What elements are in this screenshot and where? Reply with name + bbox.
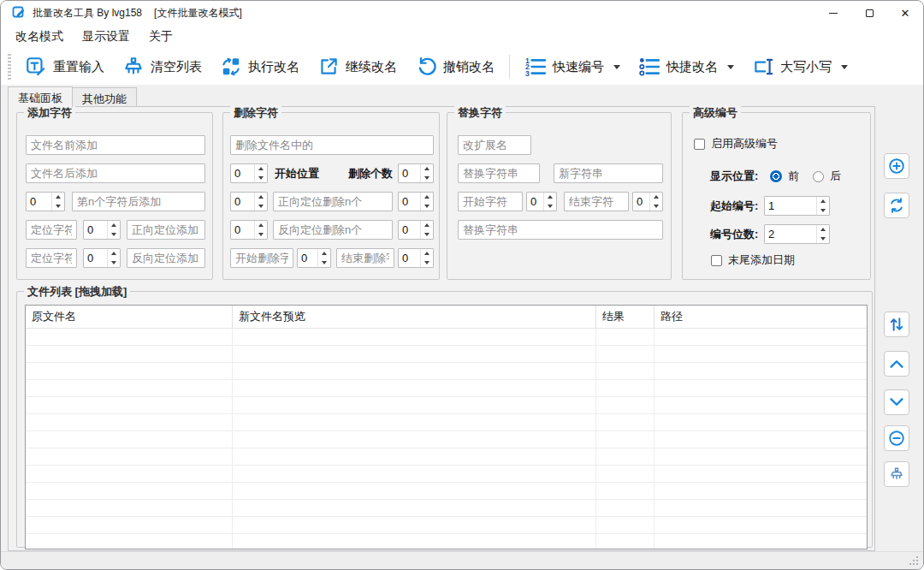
spin-up-button[interactable] xyxy=(421,249,433,258)
spin-down-button[interactable] xyxy=(544,202,556,211)
delete-start-spinner[interactable] xyxy=(230,163,268,183)
resize-grip[interactable] xyxy=(908,555,919,566)
spin-down-button[interactable] xyxy=(817,235,829,244)
end-char-value[interactable] xyxy=(633,193,649,211)
tab-other-functions[interactable]: 其他功能 xyxy=(73,87,137,106)
reverse-delete-position-value[interactable] xyxy=(231,221,254,239)
column-header-path[interactable]: 路径 xyxy=(654,306,867,328)
file-table-body[interactable] xyxy=(26,329,867,549)
spin-up-button[interactable] xyxy=(108,249,120,258)
reverse-delete-count-value[interactable] xyxy=(399,221,420,239)
quick-number-dropdown[interactable]: 1 2 3 快速编号 xyxy=(518,52,627,81)
spin-down-button[interactable] xyxy=(318,258,330,268)
nth-position-value[interactable] xyxy=(27,193,51,211)
forward-position-value[interactable] xyxy=(84,221,107,239)
spin-up-button[interactable] xyxy=(421,221,433,230)
delete-from-input[interactable] xyxy=(230,248,293,268)
spin-down-button[interactable] xyxy=(817,206,829,216)
spin-up-button[interactable] xyxy=(817,225,829,235)
add-files-button[interactable] xyxy=(884,153,909,179)
spin-down-button[interactable] xyxy=(650,202,662,211)
clear-list-button[interactable]: 清空列表 xyxy=(116,52,209,81)
delete-from-spinner[interactable] xyxy=(297,248,331,268)
nth-add-input[interactable] xyxy=(72,192,205,211)
spin-up-button[interactable] xyxy=(255,164,267,174)
end-char-spinner[interactable] xyxy=(632,192,663,211)
spin-down-button[interactable] xyxy=(255,202,267,211)
spin-down-button[interactable] xyxy=(421,230,433,240)
execute-rename-button[interactable]: 执行改名 xyxy=(213,52,306,81)
start-char-spinner[interactable] xyxy=(526,192,557,211)
clear-files-button[interactable] xyxy=(884,461,909,487)
suffix-input[interactable] xyxy=(26,163,205,183)
extension-input[interactable] xyxy=(458,135,531,155)
quick-rename-dropdown[interactable]: 快捷改名 xyxy=(631,52,741,81)
delete-from-value[interactable] xyxy=(298,249,317,267)
digit-count-spinner[interactable] xyxy=(764,224,830,244)
reverse-locate-char-input[interactable] xyxy=(26,248,77,268)
forward-delete-position-spinner[interactable] xyxy=(230,192,268,211)
spin-down-button[interactable] xyxy=(255,174,267,183)
start-char-value[interactable] xyxy=(527,193,543,211)
new-string-input[interactable] xyxy=(554,163,663,183)
move-up-button[interactable] xyxy=(884,351,909,377)
spin-up-button[interactable] xyxy=(650,193,662,202)
move-down-button[interactable] xyxy=(884,389,909,415)
spin-down-button[interactable] xyxy=(421,258,433,268)
tab-basic-panel[interactable]: 基础面板 xyxy=(8,86,73,107)
toolbar-grip[interactable] xyxy=(8,54,11,80)
position-front-radio[interactable]: 前 xyxy=(770,169,799,183)
spin-up-button[interactable] xyxy=(318,249,330,258)
close-button[interactable]: ✕ xyxy=(887,1,923,25)
forward-delete-position-value[interactable] xyxy=(231,193,254,211)
spin-up-button[interactable] xyxy=(255,221,267,230)
full-replace-input[interactable] xyxy=(458,220,663,240)
delete-to-spinner[interactable] xyxy=(398,248,434,268)
start-number-value[interactable] xyxy=(765,197,816,215)
reverse-delete-input[interactable] xyxy=(273,220,393,240)
reverse-position-value[interactable] xyxy=(84,249,107,267)
spin-down-button[interactable] xyxy=(108,258,120,268)
spin-up-button[interactable] xyxy=(817,197,829,206)
reverse-delete-position-spinner[interactable] xyxy=(230,220,268,240)
forward-locate-char-input[interactable] xyxy=(26,220,77,240)
enable-advanced-checkbox[interactable]: 启用高级编号 xyxy=(694,137,778,151)
menu-item-about[interactable]: 关于 xyxy=(139,26,182,48)
forward-delete-count-spinner[interactable] xyxy=(398,192,434,211)
delete-count-spinner[interactable] xyxy=(398,163,434,183)
maximize-button[interactable] xyxy=(851,1,887,25)
spin-up-button[interactable] xyxy=(421,193,433,202)
reverse-delete-count-spinner[interactable] xyxy=(398,220,434,240)
start-char-input[interactable] xyxy=(458,192,523,211)
file-table[interactable]: 原文件名 新文件名预览 结果 路径 xyxy=(25,305,868,549)
spin-down-button[interactable] xyxy=(421,202,433,211)
nth-position-spinner[interactable] xyxy=(26,192,65,211)
case-dropdown[interactable]: 大写小写 xyxy=(745,52,855,81)
menu-item-rename-mode[interactable]: 改名模式 xyxy=(6,26,73,48)
spin-up-button[interactable] xyxy=(108,221,120,230)
spin-down-button[interactable] xyxy=(108,230,120,240)
minimize-button[interactable] xyxy=(815,1,851,25)
delete-start-value[interactable] xyxy=(231,164,254,182)
column-header-new-name-preview[interactable]: 新文件名预览 xyxy=(233,306,596,328)
forward-delete-count-value[interactable] xyxy=(399,193,420,211)
reverse-add-input[interactable] xyxy=(127,248,205,268)
sort-button[interactable] xyxy=(884,312,909,337)
digit-count-value[interactable] xyxy=(765,225,816,243)
delete-count-value[interactable] xyxy=(399,164,420,182)
start-number-spinner[interactable] xyxy=(764,196,830,216)
column-header-original-name[interactable]: 原文件名 xyxy=(26,306,233,328)
forward-delete-input[interactable] xyxy=(273,192,393,211)
delete-substring-input[interactable] xyxy=(230,135,434,155)
column-header-result[interactable]: 结果 xyxy=(596,306,654,328)
spin-up-button[interactable] xyxy=(52,193,64,202)
refresh-button[interactable] xyxy=(884,193,909,218)
prefix-input[interactable] xyxy=(26,135,205,155)
position-back-radio[interactable]: 后 xyxy=(813,169,841,183)
end-char-input[interactable] xyxy=(564,192,629,211)
menu-item-display-settings[interactable]: 显示设置 xyxy=(73,26,139,48)
continue-rename-button[interactable]: 继续改名 xyxy=(311,52,404,81)
spin-up-button[interactable] xyxy=(544,193,556,202)
delete-to-input[interactable] xyxy=(336,248,394,268)
undo-rename-button[interactable]: 撤销改名 xyxy=(408,52,501,81)
